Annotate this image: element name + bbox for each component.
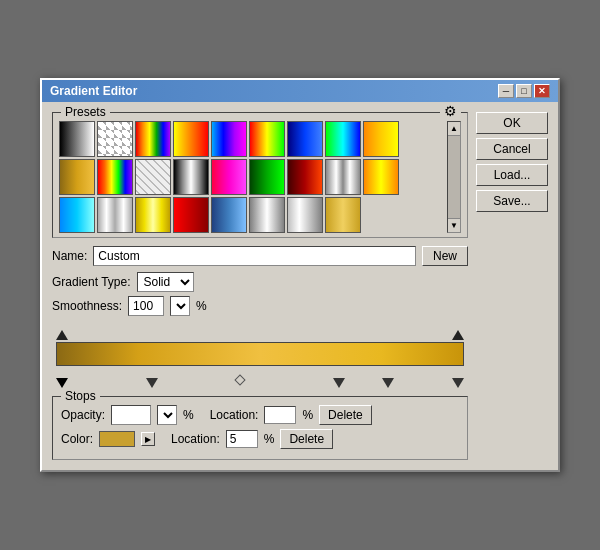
preset-swatch[interactable] xyxy=(287,159,323,195)
preset-swatch[interactable] xyxy=(249,159,285,195)
gradient-type-row: Gradient Type: Solid Noise xyxy=(52,272,468,292)
minimize-button[interactable]: ─ xyxy=(498,84,514,98)
preset-swatch[interactable] xyxy=(97,159,133,195)
left-panel: Presets ⚙ xyxy=(52,112,468,460)
cancel-button[interactable]: Cancel xyxy=(476,138,548,160)
preset-swatch[interactable] xyxy=(135,197,171,233)
midpoint-1[interactable] xyxy=(234,374,245,385)
gradient-area xyxy=(52,324,468,388)
color-location-unit: % xyxy=(264,432,275,446)
titlebar: Gradient Editor ─ □ ✕ xyxy=(42,80,558,102)
bottom-stops xyxy=(56,368,464,388)
location-input-top[interactable] xyxy=(264,406,296,424)
preset-swatch[interactable] xyxy=(363,121,399,157)
titlebar-buttons: ─ □ ✕ xyxy=(498,84,550,98)
preset-swatch[interactable] xyxy=(287,121,323,157)
name-label: Name: xyxy=(52,249,87,263)
delete-button-top[interactable]: Delete xyxy=(319,405,372,425)
preset-swatch[interactable] xyxy=(325,159,361,195)
preset-swatch[interactable] xyxy=(173,121,209,157)
preset-swatch[interactable] xyxy=(135,121,171,157)
ok-button[interactable]: OK xyxy=(476,112,548,134)
close-button[interactable]: ✕ xyxy=(534,84,550,98)
smoothness-input[interactable] xyxy=(128,296,164,316)
color-stop-1[interactable] xyxy=(56,378,68,388)
gradient-type-select[interactable]: Solid Noise xyxy=(137,272,194,292)
opacity-label: Opacity: xyxy=(61,408,105,422)
scroll-up-button[interactable]: ▲ xyxy=(448,122,460,136)
smoothness-unit: % xyxy=(196,299,207,313)
preset-swatch[interactable] xyxy=(211,121,247,157)
name-input[interactable] xyxy=(93,246,416,266)
presets-legend: Presets xyxy=(61,105,110,119)
preset-swatch[interactable] xyxy=(135,159,171,195)
stops-legend: Stops xyxy=(61,389,100,403)
top-stops xyxy=(56,324,464,340)
color-stop-5[interactable] xyxy=(452,378,464,388)
location-unit-top: % xyxy=(302,408,313,422)
color-stop-2[interactable] xyxy=(146,378,158,388)
gradient-type-label: Gradient Type: xyxy=(52,275,131,289)
gradient-bar[interactable] xyxy=(56,342,464,366)
opacity-stop-right[interactable] xyxy=(452,330,464,340)
preset-swatch[interactable] xyxy=(325,197,361,233)
scroll-track xyxy=(448,136,460,218)
delete-button-bottom[interactable]: Delete xyxy=(280,429,333,449)
opacity-unit: % xyxy=(183,408,194,422)
color-arrow-button[interactable]: ▶ xyxy=(141,432,155,446)
preset-swatch[interactable] xyxy=(173,159,209,195)
color-label: Color: xyxy=(61,432,93,446)
opacity-stop-left[interactable] xyxy=(56,330,68,340)
opacity-input[interactable] xyxy=(111,405,151,425)
save-button[interactable]: Save... xyxy=(476,190,548,212)
presets-inner: ▲ ▼ xyxy=(59,121,461,233)
preset-swatch[interactable] xyxy=(97,121,133,157)
location-label-top: Location: xyxy=(210,408,259,422)
dialog-title: Gradient Editor xyxy=(50,84,137,98)
smoothness-row: Smoothness: ▼ % xyxy=(52,296,468,316)
scroll-down-button[interactable]: ▼ xyxy=(448,218,460,232)
preset-swatch[interactable] xyxy=(325,121,361,157)
preset-swatch[interactable] xyxy=(249,197,285,233)
maximize-button[interactable]: □ xyxy=(516,84,532,98)
preset-swatch[interactable] xyxy=(249,121,285,157)
gradient-editor-dialog: Gradient Editor ─ □ ✕ Presets ⚙ xyxy=(40,78,560,472)
opacity-dropdown[interactable]: ▼ xyxy=(157,405,177,425)
smoothness-label: Smoothness: xyxy=(52,299,122,313)
stops-group: Stops Opacity: ▼ % Location: % Delete C xyxy=(52,396,468,460)
right-panel: OK Cancel Load... Save... xyxy=(476,112,548,460)
name-row: Name: New xyxy=(52,246,468,266)
presets-scrollbar: ▲ ▼ xyxy=(447,121,461,233)
color-swatch-button[interactable] xyxy=(99,431,135,447)
preset-swatch[interactable] xyxy=(211,159,247,195)
smoothness-dropdown[interactable]: ▼ xyxy=(170,296,190,316)
color-stop-3[interactable] xyxy=(333,378,345,388)
gear-button[interactable]: ⚙ xyxy=(440,103,461,119)
presets-group: Presets ⚙ xyxy=(52,112,468,238)
preset-swatch[interactable] xyxy=(287,197,323,233)
preset-swatch[interactable] xyxy=(59,159,95,195)
preset-swatch[interactable] xyxy=(173,197,209,233)
preset-swatch[interactable] xyxy=(363,159,399,195)
color-location-input[interactable] xyxy=(226,430,258,448)
color-row: Color: ▶ Location: % Delete xyxy=(61,429,459,449)
preset-swatch[interactable] xyxy=(59,121,95,157)
preset-swatch[interactable] xyxy=(59,197,95,233)
load-button[interactable]: Load... xyxy=(476,164,548,186)
preset-swatch[interactable] xyxy=(211,197,247,233)
new-button[interactable]: New xyxy=(422,246,468,266)
color-stop-4[interactable] xyxy=(382,378,394,388)
dialog-body: Presets ⚙ xyxy=(42,102,558,470)
presets-grid xyxy=(59,121,445,233)
color-location-label: Location: xyxy=(171,432,220,446)
opacity-row: Opacity: ▼ % Location: % Delete xyxy=(61,405,459,425)
preset-swatch[interactable] xyxy=(97,197,133,233)
